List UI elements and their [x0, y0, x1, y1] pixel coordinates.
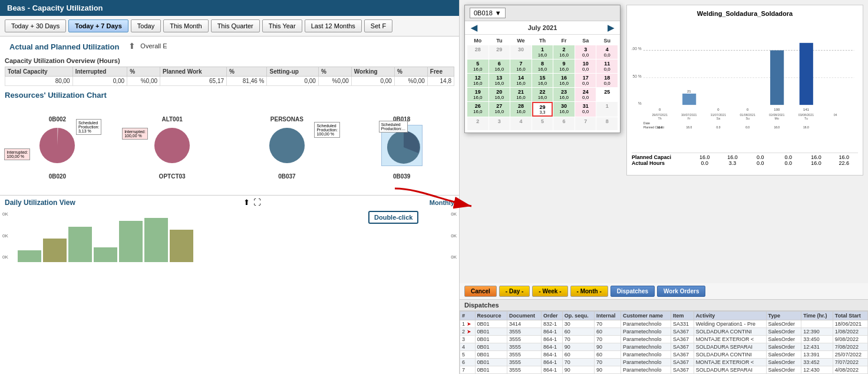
day-btn[interactable]: - Day -: [499, 286, 530, 297]
cal-prev-btn[interactable]: ◀: [468, 23, 480, 32]
table-cell: 70: [595, 320, 621, 328]
cal-cell[interactable]: 1616,0: [553, 74, 575, 87]
pie-alt001[interactable]: Interrupted:100,00 %: [151, 125, 193, 166]
toolbar-btn-7days[interactable]: Today + 7 Days: [68, 19, 128, 32]
table-cell: 60: [595, 351, 621, 359]
cal-cell[interactable]: 1516,0: [532, 74, 553, 87]
capacity-overview-title: Capacity Utilization Overview (Hours): [0, 55, 459, 65]
toolbar-btn-thisquarter[interactable]: This Quarter: [211, 19, 260, 32]
toolbar-btn-thismonth[interactable]: This Month: [163, 19, 208, 32]
cal-cell[interactable]: 1316,0: [489, 74, 510, 87]
cal-cell[interactable]: 1916,0: [467, 88, 489, 101]
cal-cell[interactable]: 310,0: [575, 102, 596, 117]
dispatches-header-row: # Resource Document Order Op. sequ. Inte…: [460, 312, 868, 320]
cal-cell[interactable]: 170,0: [575, 74, 596, 87]
cal-cell[interactable]: 116,0: [532, 45, 553, 59]
cal-cell[interactable]: 1: [596, 102, 618, 117]
svg-rect-11: [682, 94, 696, 105]
col-pct4: %: [394, 67, 427, 77]
table-cell: 7/07/2022: [833, 359, 867, 366]
cal-cell[interactable]: 4: [510, 117, 532, 130]
cal-cell[interactable]: 516,0: [467, 59, 489, 73]
calendar-resource-dropdown[interactable]: 0B018 ▼: [470, 8, 506, 18]
cal-cell[interactable]: 40,0: [596, 45, 618, 59]
calendar-week-2: 516,0 616,0 716,0 816,0 916,0 100,0 110,…: [467, 59, 618, 73]
cal-cell[interactable]: 180,0: [596, 74, 618, 87]
cal-cell-selected[interactable]: 293,3: [532, 102, 553, 117]
resource-personas: PERSONAS ScheduledProduction:100,00 % 0B…: [266, 116, 308, 180]
table-cell: 0B01: [475, 351, 507, 359]
cal-cell[interactable]: 216,0: [553, 45, 575, 59]
table-cell: SalesOrder: [766, 328, 801, 336]
cal-cell[interactable]: 25: [596, 88, 618, 101]
cal-cell[interactable]: 30: [510, 45, 532, 59]
cal-cell[interactable]: 3016,0: [553, 102, 575, 117]
export-icon[interactable]: ⬆: [128, 41, 136, 51]
cal-next-btn[interactable]: ▶: [605, 23, 616, 32]
cal-cell[interactable]: 3: [489, 117, 510, 130]
val-planned-work: 65,17: [160, 77, 227, 86]
cal-cell[interactable]: 2316,0: [553, 88, 575, 101]
cal-cell[interactable]: 110,0: [596, 59, 618, 73]
cal-cell[interactable]: 2: [467, 117, 489, 130]
table-cell: SOLDADURA CONTINI: [694, 328, 766, 336]
svg-text:Fr: Fr: [688, 117, 691, 120]
pie-0b018[interactable]: ScheduledProduction:...: [381, 125, 423, 166]
cal-cell[interactable]: 2616,0: [467, 102, 489, 117]
toolbar-btn-30days[interactable]: Today + 30 Days: [5, 19, 66, 32]
cancel-btn[interactable]: Cancel: [464, 286, 497, 297]
cal-cell[interactable]: 916,0: [553, 59, 575, 73]
pie-personas-label: ScheduledProduction:100,00 %: [316, 124, 337, 136]
week-btn[interactable]: - Week -: [532, 286, 567, 297]
table-cell: MONTAJE EXTERIOR <: [694, 359, 766, 366]
dispatches-btn[interactable]: Dispatches: [610, 286, 655, 297]
cal-cell[interactable]: 1216,0: [467, 74, 489, 87]
cal-cell[interactable]: 5: [532, 117, 553, 130]
cal-cell[interactable]: 1416,0: [510, 74, 532, 87]
cal-cell[interactable]: 29: [489, 45, 510, 59]
cal-cell[interactable]: 7: [575, 117, 596, 130]
cal-cell[interactable]: 2716,0: [489, 102, 510, 117]
svg-text:100 %: 100 %: [632, 47, 642, 51]
toolbar-btn-setf[interactable]: Set F: [364, 19, 392, 32]
toolbar-btn-12months[interactable]: Last 12 Months: [305, 19, 362, 32]
daily-export-icon[interactable]: ⬆: [243, 198, 250, 207]
table-cell: 70: [562, 359, 594, 366]
table-cell: [801, 320, 833, 328]
svg-text:16.0: 16.0: [657, 126, 663, 129]
cal-cell[interactable]: 2016,0: [489, 88, 510, 101]
cal-cell[interactable]: 6: [553, 117, 575, 130]
toolbar-btn-today[interactable]: Today: [131, 19, 161, 32]
cal-cell[interactable]: 2116,0: [510, 88, 532, 101]
cal-cell[interactable]: 100,0: [575, 59, 596, 73]
resource-id-personas: PERSONAS: [270, 116, 303, 123]
month-btn[interactable]: - Month -: [570, 286, 608, 297]
cal-cell[interactable]: 616,0: [489, 59, 510, 73]
col-free: Free: [427, 67, 454, 77]
cal-cell[interactable]: 816,0: [532, 59, 553, 73]
cal-cell[interactable]: 2816,0: [510, 102, 532, 117]
toolbar-btn-thisyear[interactable]: This Year: [262, 19, 302, 32]
y-label-top: 0K: [2, 211, 8, 217]
table-cell: 0B01: [475, 366, 507, 374]
pie-0b002[interactable]: ScheduledProduction:3,13 % Interrupted:1…: [37, 125, 78, 166]
table-cell: Parametechnolo: [621, 328, 671, 336]
table-cell: SalesOrder: [766, 320, 801, 328]
cal-cell[interactable]: 8: [596, 117, 618, 130]
col-pct1: %: [127, 67, 160, 77]
bar-5: [119, 221, 143, 262]
table-cell: SOLDADURA CONTINI: [694, 351, 766, 359]
cal-cell[interactable]: 28: [467, 45, 489, 59]
svg-text:Tu: Tu: [804, 117, 808, 120]
main-section-header: Actual and Planned Utilization ⬆ Overall…: [0, 37, 459, 55]
cal-cell[interactable]: 240,0: [575, 88, 596, 101]
svg-text:21: 21: [687, 90, 691, 93]
daily-expand-icon[interactable]: ⛶: [253, 198, 261, 207]
pie-personas[interactable]: ScheduledProduction:100,00 %: [266, 125, 308, 166]
cal-cell[interactable]: 2216,0: [532, 88, 553, 101]
pc-val-5: 16.0: [802, 154, 830, 160]
workorders-btn[interactable]: Work Orders: [657, 286, 705, 297]
cal-cell[interactable]: 30,0: [575, 45, 596, 59]
cal-cell[interactable]: 716,0: [510, 59, 532, 73]
day-header-th: Th: [532, 37, 553, 44]
